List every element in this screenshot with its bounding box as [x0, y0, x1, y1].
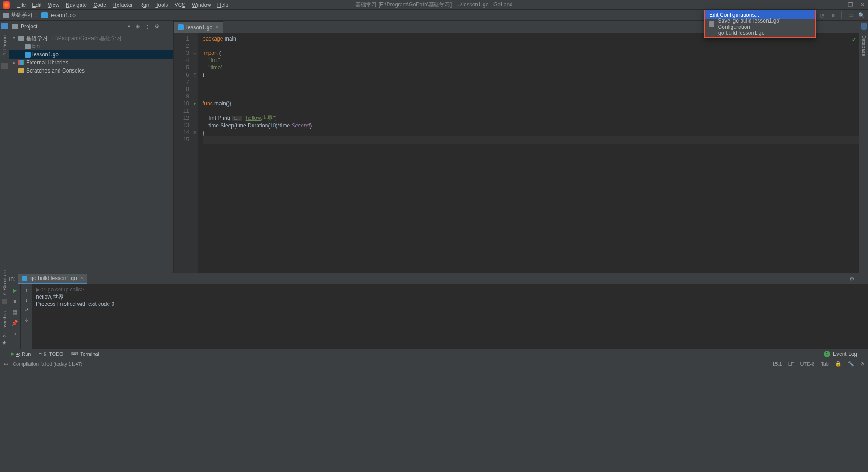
- close-icon[interactable]: ✕: [80, 275, 84, 281]
- settings-icon[interactable]: ⚙: [154, 23, 161, 30]
- project-tool-window: Project ▼ ⊕ ≑ ⚙ — ▼ 基础学习 E:\Program\GoPa…: [9, 21, 174, 273]
- save-config-label: Save 'go build lesson1.go' Configuration: [718, 18, 811, 30]
- menu-help[interactable]: Help: [215, 1, 231, 9]
- menu-file[interactable]: File: [14, 1, 28, 9]
- chevron-down-icon[interactable]: ▼: [127, 24, 131, 29]
- expand-icon[interactable]: ▼: [12, 36, 16, 41]
- database-icon[interactable]: [861, 23, 867, 30]
- status-bar: ▭ Compilation failed (today 11:47) 15:1 …: [0, 359, 868, 368]
- window-title: 基础学习 [E:\Program\GoPath\基础学习] - ...\less…: [355, 1, 512, 9]
- project-tool-title: Project: [21, 23, 124, 30]
- editor-tab-label: lesson1.go: [186, 24, 212, 31]
- lock-icon[interactable]: 🔒: [835, 361, 841, 367]
- project-tool-tab[interactable]: 1: Project: [2, 32, 7, 57]
- up-button[interactable]: ↑: [25, 287, 28, 293]
- rerun-button[interactable]: ▶: [11, 287, 18, 294]
- run-tab[interactable]: go build lesson1.go ✕: [18, 274, 87, 284]
- run-toolbar-left: ▶ ■ ▤ 📌 »: [9, 284, 21, 349]
- go-file-icon: [22, 276, 27, 281]
- locate-icon[interactable]: ⊕: [134, 23, 141, 30]
- caret-position[interactable]: 15:1: [772, 361, 782, 367]
- run-minimize-icon[interactable]: —: [859, 276, 864, 282]
- editor-tab[interactable]: lesson1.go ✕: [174, 21, 223, 33]
- stop-button[interactable]: ■: [829, 11, 837, 19]
- library-icon: [18, 60, 24, 65]
- layout-button[interactable]: ▤: [11, 309, 18, 316]
- menu-vcs[interactable]: VCS: [172, 1, 188, 9]
- tree-row-lesson1[interactable]: lesson1.go: [9, 50, 173, 59]
- tree-row-bin[interactable]: bin: [9, 42, 173, 50]
- project-tool-icon[interactable]: [1, 23, 8, 29]
- breadcrumb-file[interactable]: lesson1.go: [50, 12, 76, 18]
- search-everywhere-button[interactable]: 🔍: [857, 11, 865, 19]
- save-configuration-item[interactable]: Save 'go build lesson1.go' Configuration: [705, 19, 815, 28]
- scratch-icon: [18, 68, 24, 73]
- menu-refactor[interactable]: Refactor: [110, 1, 136, 9]
- favorites-tool-tab[interactable]: 2: Favorites: [2, 311, 7, 337]
- folder-icon: [3, 13, 9, 18]
- minimize-icon[interactable]: —: [163, 23, 171, 30]
- structure-tool-tab[interactable]: 7: Structure: [2, 270, 7, 296]
- run-settings-icon[interactable]: ⚙: [850, 276, 854, 282]
- titlebar: File Edit View Navigate Code Refactor Ru…: [0, 0, 868, 10]
- run-tool-header: Run: go build lesson1.go ✕ ⚙ —: [0, 273, 868, 284]
- bottom-tool-tabs: ▶ 4: Run ≡ 6: TODO ⌨ Terminal 1 Event Lo…: [0, 349, 868, 359]
- code-editor[interactable]: 12345 678910 1112131415 ⊟ ⊟▶ ⊟ package m…: [174, 33, 859, 273]
- run-toolbar-right: ↑ ↓ ⤶ ⇩: [21, 284, 32, 349]
- wrap-button[interactable]: ⤶: [24, 307, 29, 313]
- breadcrumb-project[interactable]: 基础学习: [11, 11, 32, 19]
- run-tab-label: go build lesson1.go: [30, 275, 77, 281]
- tree-scratch-label: Scratches and Consoles: [26, 68, 85, 74]
- database-tool-tab[interactable]: Database: [861, 33, 867, 58]
- export-button[interactable]: ⇩: [24, 317, 29, 323]
- right-margin: [724, 33, 724, 273]
- close-tab-icon[interactable]: ✕: [215, 24, 219, 30]
- line-ending[interactable]: LF: [788, 361, 794, 367]
- down-button[interactable]: ↓: [25, 297, 28, 303]
- terminal-tool-tab[interactable]: ⌨ Terminal: [71, 351, 99, 357]
- folder-icon: [12, 24, 18, 29]
- encoding[interactable]: UTE-8: [800, 361, 814, 367]
- run-tool-tab[interactable]: ▶ 4: Run: [11, 351, 31, 357]
- bookmark-icon[interactable]: [1, 63, 8, 69]
- menu-code[interactable]: Code: [90, 1, 109, 9]
- pin-button[interactable]: 📌: [11, 319, 18, 327]
- go-file-icon: [41, 12, 48, 18]
- edit-config-label: Edit Configurations...: [709, 12, 759, 18]
- inspection-ok-icon[interactable]: ✔: [852, 36, 856, 43]
- tree-row-ext-libs[interactable]: ▶ External Libraries: [9, 59, 173, 67]
- save-icon: [709, 21, 714, 27]
- status-window-icon[interactable]: ▭: [4, 361, 8, 367]
- menu-run[interactable]: Run: [136, 1, 152, 9]
- menu-navigate[interactable]: Navigate: [63, 1, 90, 9]
- run-output[interactable]: ▶<4 go setup calls> hellow,世界 Process fi…: [32, 284, 868, 349]
- tree-row-root[interactable]: ▼ 基础学习 E:\Program\GoPath\基础学习: [9, 34, 173, 42]
- go-file-icon: [709, 30, 714, 36]
- indent[interactable]: Tab: [821, 361, 829, 367]
- menu-edit[interactable]: Edit: [29, 1, 44, 9]
- memory-icon[interactable]: ⊘: [860, 361, 864, 367]
- minimize-button[interactable]: —: [835, 1, 841, 8]
- profile-button[interactable]: ◔: [818, 11, 826, 19]
- line-number-gutter: 12345 678910 1112131415: [174, 33, 192, 273]
- menu-window[interactable]: Window: [189, 1, 214, 9]
- tree-root-label: 基础学习: [26, 35, 48, 42]
- todo-label: 6: TODO: [44, 351, 63, 357]
- code-text[interactable]: package main import ( "fmt" "time") func…: [198, 33, 859, 273]
- navigation-bar: 基础学习 〉 lesson1.go go build lesson1.go ▼ …: [0, 10, 868, 21]
- todo-tool-tab[interactable]: ≡ 6: TODO: [39, 351, 63, 357]
- expand-icon[interactable]: ▶: [12, 60, 16, 65]
- collapse-icon[interactable]: ≑: [144, 23, 151, 30]
- more-button[interactable]: »: [11, 330, 18, 337]
- maximize-button[interactable]: ❐: [848, 1, 853, 8]
- menu-view[interactable]: View: [45, 1, 62, 9]
- wrench-icon[interactable]: 🔧: [848, 361, 854, 367]
- menu-tools[interactable]: Tools: [153, 1, 171, 9]
- structure-icon: [2, 299, 7, 304]
- run-gutter-icon[interactable]: ▶: [192, 100, 198, 107]
- stop-button[interactable]: ■: [11, 298, 18, 305]
- layout-button[interactable]: ▭: [846, 11, 854, 19]
- close-button[interactable]: ✕: [860, 1, 865, 8]
- event-log-tab[interactable]: Event Log: [833, 351, 857, 357]
- tree-row-scratches[interactable]: Scratches and Consoles: [9, 67, 173, 75]
